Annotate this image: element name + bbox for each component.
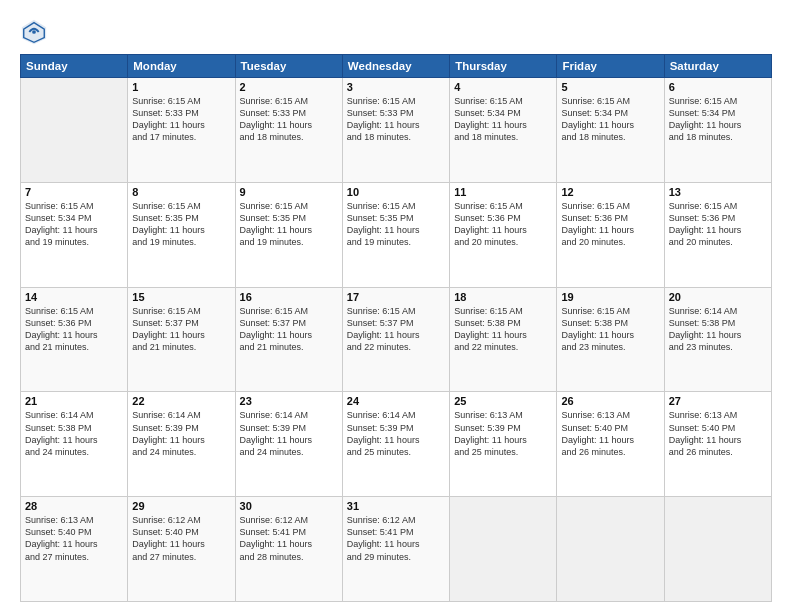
week-row-2: 14Sunrise: 6:15 AM Sunset: 5:36 PM Dayli… xyxy=(21,287,772,392)
day-number: 22 xyxy=(132,395,230,407)
day-info: Sunrise: 6:15 AM Sunset: 5:38 PM Dayligh… xyxy=(561,305,659,354)
calendar-cell: 6Sunrise: 6:15 AM Sunset: 5:34 PM Daylig… xyxy=(664,78,771,183)
day-number: 3 xyxy=(347,81,445,93)
weekday-header-monday: Monday xyxy=(128,55,235,78)
day-number: 31 xyxy=(347,500,445,512)
calendar-cell: 30Sunrise: 6:12 AM Sunset: 5:41 PM Dayli… xyxy=(235,497,342,602)
calendar-cell: 19Sunrise: 6:15 AM Sunset: 5:38 PM Dayli… xyxy=(557,287,664,392)
day-number: 8 xyxy=(132,186,230,198)
weekday-header-tuesday: Tuesday xyxy=(235,55,342,78)
day-info: Sunrise: 6:15 AM Sunset: 5:35 PM Dayligh… xyxy=(132,200,230,249)
day-number: 27 xyxy=(669,395,767,407)
logo-icon xyxy=(20,18,48,46)
day-number: 23 xyxy=(240,395,338,407)
day-info: Sunrise: 6:13 AM Sunset: 5:40 PM Dayligh… xyxy=(561,409,659,458)
day-number: 24 xyxy=(347,395,445,407)
day-info: Sunrise: 6:14 AM Sunset: 5:39 PM Dayligh… xyxy=(132,409,230,458)
day-info: Sunrise: 6:14 AM Sunset: 5:39 PM Dayligh… xyxy=(240,409,338,458)
week-row-1: 7Sunrise: 6:15 AM Sunset: 5:34 PM Daylig… xyxy=(21,182,772,287)
day-number: 11 xyxy=(454,186,552,198)
calendar-cell: 3Sunrise: 6:15 AM Sunset: 5:33 PM Daylig… xyxy=(342,78,449,183)
day-number: 19 xyxy=(561,291,659,303)
calendar-table: SundayMondayTuesdayWednesdayThursdayFrid… xyxy=(20,54,772,602)
day-info: Sunrise: 6:13 AM Sunset: 5:40 PM Dayligh… xyxy=(669,409,767,458)
calendar-cell: 15Sunrise: 6:15 AM Sunset: 5:37 PM Dayli… xyxy=(128,287,235,392)
day-number: 12 xyxy=(561,186,659,198)
day-info: Sunrise: 6:13 AM Sunset: 5:40 PM Dayligh… xyxy=(25,514,123,563)
calendar-cell: 31Sunrise: 6:12 AM Sunset: 5:41 PM Dayli… xyxy=(342,497,449,602)
day-number: 6 xyxy=(669,81,767,93)
calendar-cell: 10Sunrise: 6:15 AM Sunset: 5:35 PM Dayli… xyxy=(342,182,449,287)
calendar-cell: 26Sunrise: 6:13 AM Sunset: 5:40 PM Dayli… xyxy=(557,392,664,497)
day-info: Sunrise: 6:12 AM Sunset: 5:41 PM Dayligh… xyxy=(240,514,338,563)
day-number: 26 xyxy=(561,395,659,407)
week-row-3: 21Sunrise: 6:14 AM Sunset: 5:38 PM Dayli… xyxy=(21,392,772,497)
calendar-cell: 14Sunrise: 6:15 AM Sunset: 5:36 PM Dayli… xyxy=(21,287,128,392)
calendar-cell: 9Sunrise: 6:15 AM Sunset: 5:35 PM Daylig… xyxy=(235,182,342,287)
day-info: Sunrise: 6:15 AM Sunset: 5:36 PM Dayligh… xyxy=(25,305,123,354)
day-number: 5 xyxy=(561,81,659,93)
calendar-cell: 4Sunrise: 6:15 AM Sunset: 5:34 PM Daylig… xyxy=(450,78,557,183)
calendar-cell: 24Sunrise: 6:14 AM Sunset: 5:39 PM Dayli… xyxy=(342,392,449,497)
calendar-cell: 29Sunrise: 6:12 AM Sunset: 5:40 PM Dayli… xyxy=(128,497,235,602)
calendar-cell: 28Sunrise: 6:13 AM Sunset: 5:40 PM Dayli… xyxy=(21,497,128,602)
calendar-cell: 11Sunrise: 6:15 AM Sunset: 5:36 PM Dayli… xyxy=(450,182,557,287)
calendar-cell: 13Sunrise: 6:15 AM Sunset: 5:36 PM Dayli… xyxy=(664,182,771,287)
svg-point-2 xyxy=(32,30,36,34)
day-number: 29 xyxy=(132,500,230,512)
calendar-cell: 27Sunrise: 6:13 AM Sunset: 5:40 PM Dayli… xyxy=(664,392,771,497)
day-number: 18 xyxy=(454,291,552,303)
calendar-cell: 20Sunrise: 6:14 AM Sunset: 5:38 PM Dayli… xyxy=(664,287,771,392)
day-number: 20 xyxy=(669,291,767,303)
calendar-cell xyxy=(664,497,771,602)
day-number: 10 xyxy=(347,186,445,198)
day-number: 2 xyxy=(240,81,338,93)
day-number: 1 xyxy=(132,81,230,93)
weekday-header-saturday: Saturday xyxy=(664,55,771,78)
day-number: 7 xyxy=(25,186,123,198)
day-info: Sunrise: 6:13 AM Sunset: 5:39 PM Dayligh… xyxy=(454,409,552,458)
calendar-cell: 12Sunrise: 6:15 AM Sunset: 5:36 PM Dayli… xyxy=(557,182,664,287)
calendar-cell: 21Sunrise: 6:14 AM Sunset: 5:38 PM Dayli… xyxy=(21,392,128,497)
day-info: Sunrise: 6:15 AM Sunset: 5:35 PM Dayligh… xyxy=(240,200,338,249)
day-number: 17 xyxy=(347,291,445,303)
day-number: 4 xyxy=(454,81,552,93)
day-info: Sunrise: 6:15 AM Sunset: 5:34 PM Dayligh… xyxy=(25,200,123,249)
weekday-header-thursday: Thursday xyxy=(450,55,557,78)
day-info: Sunrise: 6:15 AM Sunset: 5:36 PM Dayligh… xyxy=(454,200,552,249)
day-info: Sunrise: 6:14 AM Sunset: 5:38 PM Dayligh… xyxy=(25,409,123,458)
calendar-cell: 22Sunrise: 6:14 AM Sunset: 5:39 PM Dayli… xyxy=(128,392,235,497)
day-number: 25 xyxy=(454,395,552,407)
day-info: Sunrise: 6:15 AM Sunset: 5:36 PM Dayligh… xyxy=(669,200,767,249)
calendar-cell: 5Sunrise: 6:15 AM Sunset: 5:34 PM Daylig… xyxy=(557,78,664,183)
calendar-cell xyxy=(450,497,557,602)
calendar-cell: 2Sunrise: 6:15 AM Sunset: 5:33 PM Daylig… xyxy=(235,78,342,183)
logo xyxy=(20,18,52,46)
day-info: Sunrise: 6:15 AM Sunset: 5:34 PM Dayligh… xyxy=(561,95,659,144)
day-number: 21 xyxy=(25,395,123,407)
day-number: 9 xyxy=(240,186,338,198)
weekday-header-row: SundayMondayTuesdayWednesdayThursdayFrid… xyxy=(21,55,772,78)
day-info: Sunrise: 6:15 AM Sunset: 5:37 PM Dayligh… xyxy=(132,305,230,354)
calendar-cell: 16Sunrise: 6:15 AM Sunset: 5:37 PM Dayli… xyxy=(235,287,342,392)
day-info: Sunrise: 6:15 AM Sunset: 5:33 PM Dayligh… xyxy=(132,95,230,144)
calendar-cell: 17Sunrise: 6:15 AM Sunset: 5:37 PM Dayli… xyxy=(342,287,449,392)
day-info: Sunrise: 6:15 AM Sunset: 5:35 PM Dayligh… xyxy=(347,200,445,249)
day-info: Sunrise: 6:15 AM Sunset: 5:34 PM Dayligh… xyxy=(454,95,552,144)
page: SundayMondayTuesdayWednesdayThursdayFrid… xyxy=(0,0,792,612)
calendar-cell: 25Sunrise: 6:13 AM Sunset: 5:39 PM Dayli… xyxy=(450,392,557,497)
calendar-cell: 8Sunrise: 6:15 AM Sunset: 5:35 PM Daylig… xyxy=(128,182,235,287)
calendar-cell: 23Sunrise: 6:14 AM Sunset: 5:39 PM Dayli… xyxy=(235,392,342,497)
day-number: 28 xyxy=(25,500,123,512)
week-row-0: 1Sunrise: 6:15 AM Sunset: 5:33 PM Daylig… xyxy=(21,78,772,183)
day-info: Sunrise: 6:15 AM Sunset: 5:33 PM Dayligh… xyxy=(347,95,445,144)
calendar-cell: 7Sunrise: 6:15 AM Sunset: 5:34 PM Daylig… xyxy=(21,182,128,287)
day-info: Sunrise: 6:14 AM Sunset: 5:39 PM Dayligh… xyxy=(347,409,445,458)
calendar-cell xyxy=(557,497,664,602)
day-info: Sunrise: 6:15 AM Sunset: 5:33 PM Dayligh… xyxy=(240,95,338,144)
weekday-header-wednesday: Wednesday xyxy=(342,55,449,78)
day-number: 14 xyxy=(25,291,123,303)
weekday-header-sunday: Sunday xyxy=(21,55,128,78)
day-number: 16 xyxy=(240,291,338,303)
calendar-cell xyxy=(21,78,128,183)
